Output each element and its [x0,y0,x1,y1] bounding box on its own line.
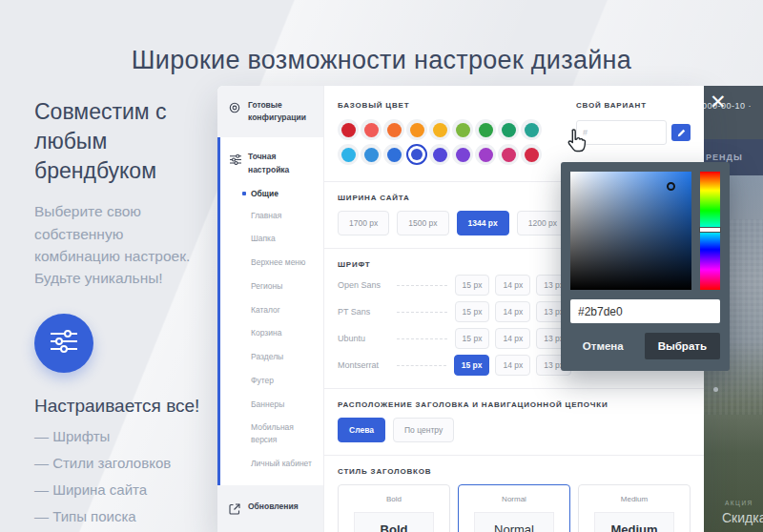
color-swatch[interactable] [338,144,359,165]
color-swatch-dot [502,123,516,137]
feature-item: — Стили заголовков [34,455,212,471]
sidebar-item-updates[interactable]: Обновления [229,501,316,519]
sidebar-item[interactable]: Корзина [251,327,316,339]
sidebar-item-general-active[interactable]: Общие [242,189,316,198]
color-swatch-dot [341,148,356,162]
sidebar-item-fine-tuning[interactable]: Точная настройка [230,151,316,175]
font-size-button[interactable]: 14 px [495,301,530,322]
saturation-area[interactable] [570,172,691,290]
sidebar-item[interactable]: Баннеры [251,399,316,411]
heading-style-label: Medium [579,495,690,503]
heading-style-card[interactable]: NormalNormal [458,484,570,532]
sidebar-bottom: Обновления Получить демо-доступ [217,485,323,532]
sidebar-item[interactable]: Каталог [251,304,316,317]
sidebar-item[interactable]: Регионы [251,280,316,293]
color-swatch-dot [525,123,539,137]
color-picker-button[interactable] [671,124,691,141]
color-swatch[interactable] [383,119,404,140]
font-size-button[interactable]: 14 px [495,275,530,296]
base-color-section: БАЗОВЫЙ ЦВЕТ [338,101,542,169]
color-swatch[interactable] [338,119,359,140]
font-name: Open Sans [338,280,397,290]
pen-icon [677,126,686,140]
width-option-button[interactable]: 1344 px [457,211,509,235]
font-size-button[interactable]: 14 px [495,328,530,349]
close-icon[interactable]: ✕ [708,90,729,113]
color-swatch[interactable] [429,144,450,165]
sidebar-item[interactable]: Футер [251,375,316,387]
sidebar-item-label: Точная настройка [248,151,316,175]
font-size-button[interactable]: 15 px [455,328,490,349]
hex-value-input[interactable] [570,299,720,323]
color-swatch[interactable] [498,144,519,165]
heading-style-sample: Normal [474,512,553,532]
leader-line [397,285,447,286]
color-swatch[interactable] [452,119,473,140]
color-swatch-dot [387,123,402,137]
section-label: РАСПОЛОЖЕНИЕ ЗАГОЛОВКА И НАВИГАЦИОННОЙ Ц… [338,400,691,409]
heading-layout-section: РАСПОЛОЖЕНИЕ ЗАГОЛОВКА И НАВИГАЦИОННОЙ Ц… [338,400,691,442]
sidebar-item-ready-configs[interactable]: Готовые конфигурации [217,86,323,137]
color-swatch[interactable] [406,144,427,165]
color-picker-popup: Отмена Выбрать [561,162,730,371]
layout-options: СлеваПо центру [338,418,691,442]
sidebar-item[interactable]: Разделы [251,351,316,363]
width-option-button[interactable]: 1500 px [397,211,448,235]
font-size-button[interactable]: 14 px [495,355,530,376]
layout-option-button[interactable]: По центру [393,418,454,442]
swatch-rows [338,119,542,165]
color-swatch-dot [502,148,516,162]
heading-style-label: Normal [459,495,569,503]
sidebar-item[interactable]: Мобильная версия [251,421,316,446]
cancel-button[interactable]: Отмена [577,339,629,353]
section-label: БАЗОВЫЙ ЦВЕТ [338,101,542,110]
color-swatch[interactable] [521,119,542,140]
color-swatch[interactable] [406,119,427,140]
left-paragraph: Выберите свою собственную комбинацию нас… [34,200,212,289]
color-swatch[interactable] [452,144,473,165]
font-row: Open Sans15 px14 px13 px [338,275,571,296]
color-swatch[interactable] [361,144,382,165]
feature-item: — Типы поиска [34,508,212,524]
sidebar-item[interactable]: Верхнее меню [251,256,316,269]
heading-style-card[interactable]: MediumMedium [578,484,691,532]
sidebar-items: ГлавнаяШапкаВерхнее менюРегионыКаталогКо… [251,210,316,470]
sidebar-item[interactable]: Главная [251,210,316,222]
export-box-icon [229,501,240,519]
color-swatch[interactable] [429,119,450,140]
font-size-button[interactable]: 15 px [455,275,490,296]
color-swatch[interactable] [383,144,404,165]
color-swatch[interactable] [475,119,496,140]
leader-line [397,365,446,366]
font-row: PT Sans15 px14 px13 px [338,301,571,322]
sidebar-item-label: Обновления [248,501,299,513]
sidebar-item[interactable]: Шапка [251,233,316,245]
width-option-button[interactable]: 1700 px [338,211,389,235]
font-size-button[interactable]: 15 px [455,301,490,322]
custom-color-input[interactable] [576,120,667,145]
saturation-marker-icon[interactable] [667,182,675,191]
hue-slider[interactable] [700,172,720,290]
sidebar-item[interactable]: Личный кабинет [251,458,316,470]
font-size-button[interactable]: 15 px [454,355,490,376]
page-title: Широкие возможности настроек дизайна [0,46,763,75]
color-swatch-dot [341,123,356,137]
swatch-row [338,144,542,165]
hue-handle[interactable] [699,227,721,233]
preview-menu-item: РЕНДЫ [706,153,743,162]
color-swatch[interactable] [521,144,542,165]
heading-style-section: СТИЛЬ ЗАГОЛОВКОВ BoldBoldNormalNormalMed… [338,467,691,532]
color-swatch[interactable] [361,119,382,140]
layout-option-button[interactable]: Слева [338,418,385,442]
fine-tuning-section: Точная настройка Общие ГлавнаяШапкаВерхн… [217,137,323,484]
color-swatch[interactable] [498,119,519,140]
section-divider [324,455,704,456]
section-label: СВОЙ ВАРИАНТ [576,101,691,110]
promo-tag: АКЦИЯ [725,500,753,506]
color-swatch-dot [364,148,379,162]
color-swatch[interactable] [475,144,496,165]
heading-style-card[interactable]: BoldBold [338,484,450,532]
heading-style-cards: BoldBoldNormalNormalMediumMedium [338,484,691,532]
leader-line [397,312,447,313]
confirm-button[interactable]: Выбрать [645,333,720,359]
